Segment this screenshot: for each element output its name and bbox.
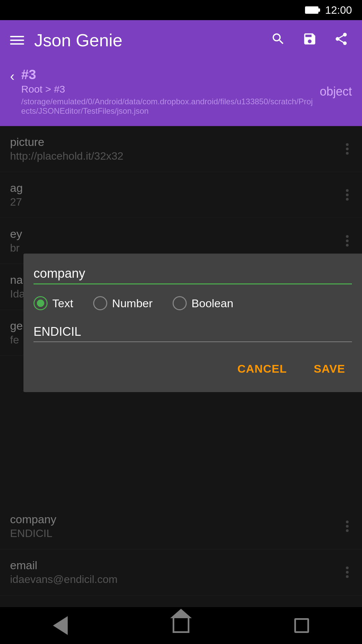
- status-bar: 12:00: [0, 0, 362, 20]
- type-number-radio[interactable]: [93, 296, 107, 310]
- type-boolean-radio[interactable]: [173, 296, 187, 310]
- breadcrumb-back-button[interactable]: ‹: [10, 69, 14, 84]
- cancel-button[interactable]: CANCEL: [231, 359, 294, 379]
- search-icon[interactable]: [267, 28, 289, 53]
- menu-icon[interactable]: [10, 36, 24, 45]
- breadcrumb-id: #3: [21, 67, 313, 82]
- dialog-key-field: [23, 254, 362, 288]
- type-boolean-option[interactable]: Boolean: [173, 296, 233, 310]
- type-number-label: Number: [112, 297, 153, 310]
- json-list: picture http://placehold.it/32x32 ag 27 …: [0, 126, 362, 644]
- type-text-option[interactable]: Text: [34, 296, 73, 310]
- dialog-value-field: [23, 319, 362, 349]
- breadcrumb-type: object: [320, 85, 352, 99]
- type-boolean-label: Boolean: [191, 297, 233, 310]
- dialog-actions: CANCEL SAVE: [23, 349, 362, 392]
- save-button[interactable]: SAVE: [307, 359, 352, 379]
- breadcrumb-file: /storage/emulated/0/Android/data/com.dro…: [21, 97, 313, 116]
- type-text-radio[interactable]: [34, 296, 48, 310]
- dialog-value-input[interactable]: [34, 322, 352, 342]
- app-bar: Json Genie: [0, 20, 362, 60]
- type-text-label: Text: [52, 297, 73, 310]
- dialog-key-input[interactable]: [34, 264, 352, 284]
- battery-icon: [305, 6, 318, 14]
- breadcrumb-content: #3 Root > #3 /storage/emulated/0/Android…: [21, 67, 313, 116]
- status-time: 12:00: [325, 4, 352, 16]
- share-icon[interactable]: [330, 28, 352, 53]
- breadcrumb-path: Root > #3: [21, 84, 313, 95]
- dialog-type-row: Text Number Boolean: [23, 288, 362, 319]
- app-title: Json Genie: [34, 30, 257, 50]
- breadcrumb-bar: ‹ #3 Root > #3 /storage/emulated/0/Andro…: [0, 60, 362, 126]
- type-number-option[interactable]: Number: [93, 296, 153, 310]
- edit-dialog: Text Number Boolean CANCEL SAVE: [23, 254, 362, 392]
- save-icon[interactable]: [299, 28, 320, 53]
